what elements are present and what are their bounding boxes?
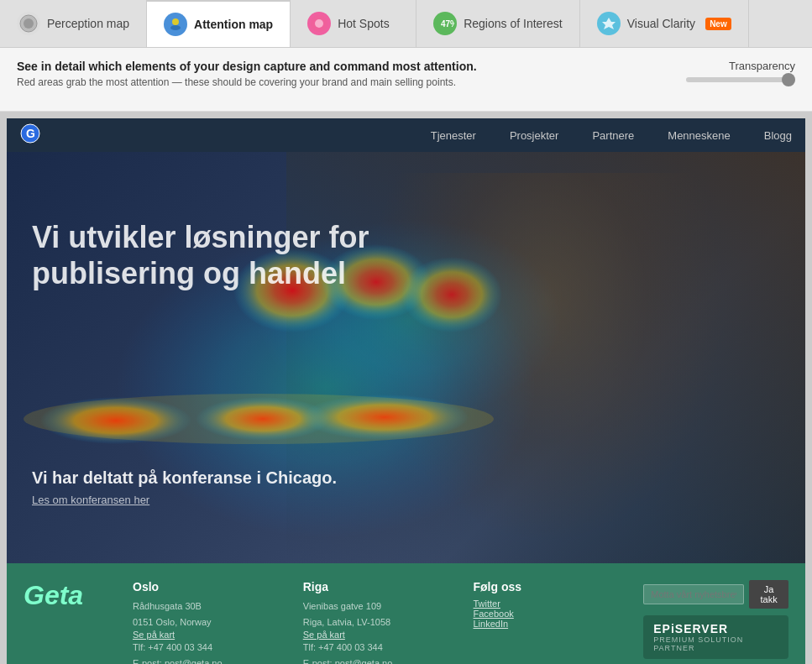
hotspots-icon (307, 12, 331, 35)
svg-point-1 (24, 18, 34, 29)
episerver-sub: PREMIUM SOLUTION PARTNER (653, 635, 778, 652)
footer-riga-address2: Riga, Latvia, LV-1058 (303, 614, 448, 630)
mockup-logo: G (20, 123, 40, 148)
clarity-icon (597, 12, 621, 35)
footer-col-oslo: Oslo Rådhusgata 30B 0151 Oslo, Norway Se… (133, 580, 278, 664)
newsletter-button[interactable]: Ja takk (749, 580, 788, 609)
footer-linkedin-link[interactable]: LinkedIn (474, 619, 619, 629)
svg-text:G: G (26, 127, 35, 140)
footer-oslo-title: Oslo (133, 580, 278, 593)
regions-icon: 47% (433, 12, 457, 35)
tab-hotspots-label: Hot Spots (338, 17, 389, 30)
main-content: G Tjenester Prosjekter Partnere Menneske… (0, 112, 812, 664)
footer-riga-map-link[interactable]: Se på kart (303, 630, 448, 640)
main-description: See in detail which elements of your des… (17, 60, 661, 73)
new-badge: New (705, 18, 731, 30)
tab-perception-label: Perception map (47, 17, 129, 30)
tab-clarity-label: Visual Clarity (627, 17, 695, 30)
tab-regions-label: Regions of Interest (464, 17, 563, 30)
footer-follow-title: Følg oss (474, 580, 619, 593)
svg-text:47%: 47% (441, 19, 454, 29)
footer-oslo-address2: 0151 Oslo, Norway (133, 614, 278, 630)
nav-link-blogg: Blogg (764, 129, 792, 142)
tab-hotspots[interactable]: Hot Spots (291, 0, 416, 47)
nav-link-tjenester: Tjenester (431, 129, 476, 142)
hero-title-line2: publisering og handel (32, 255, 369, 291)
footer-logo: Geta (24, 580, 107, 664)
tab-attention-label: Attention map (194, 18, 273, 31)
tab-bar: Perception map Attention map Hot Spots 4… (0, 0, 812, 48)
footer-riga-address1: Vienibas gatve 109 (303, 599, 448, 614)
tab-perception[interactable]: Perception map (0, 0, 147, 47)
footer-oslo-email: E-post: post@geta.no (133, 656, 278, 664)
footer-oslo-phone: Tlf: +47 400 03 344 (133, 640, 278, 656)
footer-oslo-address1: Rådhusgata 30B (133, 599, 278, 614)
footer-col-newsletter: Ja takk EPiSERVER PREMIUM SOLUTION PARTN… (643, 580, 788, 664)
attention-icon (164, 13, 187, 36)
website-mockup: G Tjenester Prosjekter Partnere Menneske… (7, 118, 805, 664)
hero-subtext2: Les om konferansen her (32, 494, 149, 506)
footer-facebook-link[interactable]: Facebook (474, 609, 619, 619)
svg-point-18 (40, 397, 191, 444)
transparency-slider-thumb[interactable] (782, 73, 795, 86)
info-bar: See in detail which elements of your des… (0, 48, 812, 112)
footer-col-follow: Følg oss Twitter Facebook LinkedIn (474, 580, 619, 664)
footer-twitter-link[interactable]: Twitter (474, 599, 619, 609)
mockup-footer: Geta Oslo Rådhusgata 30B 0151 Oslo, Norw… (7, 563, 805, 664)
sub-description: Red areas grab the most attention — thes… (17, 76, 661, 88)
footer-col-riga: Riga Vienibas gatve 109 Riga, Latvia, LV… (303, 580, 448, 664)
mockup-hero: Vi utvikler løsninger for publisering og… (7, 152, 805, 563)
episerver-badge: EPiSERVER PREMIUM SOLUTION PARTNER (643, 615, 788, 659)
info-text-area: See in detail which elements of your des… (17, 60, 661, 88)
footer-newsletter-area: Ja takk (643, 580, 788, 609)
svg-point-6 (315, 19, 323, 28)
mockup-nav: G Tjenester Prosjekter Partnere Menneske… (7, 118, 805, 152)
episerver-text: EPiSERVER (653, 622, 778, 635)
nav-link-prosjekter: Prosjekter (510, 129, 559, 142)
hero-subtext: Vi har deltatt på konferanse i Chicago. (32, 468, 337, 488)
svg-point-4 (170, 25, 181, 30)
hero-title-line1: Vi utvikler løsninger for (32, 219, 369, 255)
transparency-control: Transparency (661, 60, 795, 82)
transparency-slider-track[interactable] (686, 77, 795, 82)
perception-icon (17, 12, 40, 35)
tab-regions[interactable]: 47% Regions of Interest (416, 0, 580, 47)
nav-link-menneskene: Menneskene (668, 129, 730, 142)
hero-title: Vi utvikler løsninger for publisering og… (32, 219, 369, 291)
newsletter-input[interactable] (643, 584, 744, 604)
tab-clarity[interactable]: Visual Clarity New (580, 0, 749, 47)
footer-riga-title: Riga (303, 580, 448, 593)
nav-link-partnere: Partnere (592, 129, 634, 142)
footer-riga-email: E-post: post@geta.no (303, 656, 448, 664)
footer-riga-phone: Tlf: +47 400 03 344 (303, 640, 448, 656)
transparency-label: Transparency (729, 60, 795, 72)
tab-attention[interactable]: Attention map (147, 0, 291, 47)
footer-oslo-map-link[interactable]: Se på kart (133, 630, 278, 640)
svg-point-3 (172, 18, 179, 25)
